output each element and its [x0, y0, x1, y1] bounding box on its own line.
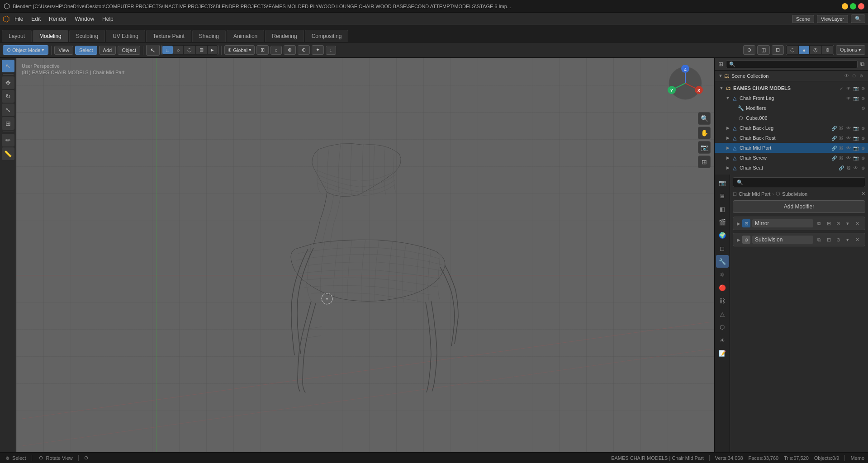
- seat-eye[interactable]: 👁: [853, 165, 859, 171]
- subdiv-close-icon[interactable]: ✕: [853, 236, 861, 244]
- zoom-viewport-btn[interactable]: 🔍: [698, 112, 711, 125]
- chair-screw-item[interactable]: ▶ △ Chair Screw 🔗 ⛓ 👁 📷 ⊗: [715, 153, 868, 163]
- navigation-gizmo[interactable]: Z X Y: [667, 65, 703, 101]
- chair-seat-item[interactable]: ▶ △ Chair Seat 🔗 ⛓ 👁 ⊗: [715, 163, 868, 173]
- mode-selector[interactable]: ⊙ Object Mode ▾: [3, 45, 48, 55]
- show-overlays-btn[interactable]: ◫: [757, 45, 770, 55]
- tab-texture-paint[interactable]: Texture Paint: [146, 30, 191, 42]
- outliner-search-input[interactable]: [726, 60, 858, 68]
- move-tool-btn[interactable]: ✥: [2, 76, 14, 89]
- mid-part-cam[interactable]: 📷: [853, 145, 859, 151]
- maximize-button[interactable]: [850, 3, 856, 9]
- menu-window[interactable]: Window: [71, 15, 98, 23]
- back-rest-cam[interactable]: 📷: [853, 135, 859, 141]
- subdiv-prop-icon[interactable]: ⧉: [815, 236, 823, 244]
- props-render-btn[interactable]: 📷: [716, 176, 729, 189]
- mirror-close-icon[interactable]: ✕: [853, 219, 861, 227]
- tab-modeling[interactable]: Modeling: [33, 30, 68, 42]
- back-leg-chain[interactable]: ⛓: [838, 125, 844, 131]
- main-coll-exclude-icon[interactable]: ⊗: [860, 85, 866, 91]
- cursor-tool-btn[interactable]: ↖: [146, 45, 160, 56]
- solid-btn[interactable]: ●: [799, 46, 809, 54]
- snapping-btn[interactable]: ⊞: [256, 45, 269, 55]
- tab-rendering[interactable]: Rendering: [265, 30, 304, 42]
- modifiers-item[interactable]: 🔧 Modifiers ⚙: [715, 103, 868, 113]
- poly-build-btn[interactable]: ⊗: [284, 45, 296, 55]
- menu-render[interactable]: Render: [45, 15, 70, 23]
- subdiv-camera-icon[interactable]: ⊙: [834, 236, 842, 244]
- back-rest-eye[interactable]: 👁: [845, 135, 852, 141]
- back-leg-cam[interactable]: 📷: [853, 125, 859, 131]
- mid-part-eye[interactable]: 👁: [845, 145, 852, 151]
- main-coll-camera-icon[interactable]: 📷: [853, 85, 859, 91]
- view-layer-selector[interactable]: ViewLayer: [817, 15, 848, 23]
- screw-eye[interactable]: 👁: [845, 155, 852, 161]
- scene-hide-icon[interactable]: ⊙: [851, 73, 857, 79]
- back-leg-eye[interactable]: 👁: [845, 125, 852, 131]
- back-rest-render[interactable]: ⊗: [860, 135, 866, 141]
- screw-cam[interactable]: 📷: [853, 155, 859, 161]
- props-shading-btn[interactable]: ☀: [716, 334, 729, 346]
- back-leg-render[interactable]: ⊗: [860, 125, 866, 131]
- grid-viewport-btn[interactable]: ⊞: [698, 156, 711, 168]
- menu-edit[interactable]: Edit: [28, 15, 44, 23]
- camera-viewport-btn[interactable]: 📷: [698, 141, 711, 154]
- tab-uv-editing[interactable]: UV Editing: [106, 30, 145, 42]
- tab-shading[interactable]: Shading: [192, 30, 226, 42]
- mirror-prop-icon[interactable]: ⧉: [815, 219, 823, 227]
- back-leg-link[interactable]: 🔗: [831, 125, 837, 131]
- screw-chain[interactable]: ⛓: [838, 155, 844, 161]
- options-btn[interactable]: Options ▾: [836, 45, 865, 55]
- chair-back-leg-item[interactable]: ▶ △ Chair Back Leg 🔗 ⛓ 👁 📷 ⊗: [715, 123, 868, 133]
- mirror-modifier-header[interactable]: ▶ ⊡ Mirror ⧉ ⊞ ⊙ ▾ ✕: [733, 217, 865, 230]
- tab-compositing[interactable]: Compositing: [305, 30, 349, 42]
- cube006-item[interactable]: ⬡ Cube.006: [715, 113, 868, 123]
- more-select-btn[interactable]: ▸: [208, 46, 218, 54]
- box-select-btn[interactable]: □: [162, 46, 173, 54]
- material-btn[interactable]: ◎: [810, 46, 821, 54]
- subdiv-copy-icon[interactable]: ⊞: [825, 236, 833, 244]
- back-rest-chain[interactable]: ⛓: [838, 135, 844, 141]
- mirror-copy-icon[interactable]: ⊞: [825, 219, 833, 227]
- menu-help[interactable]: Help: [99, 15, 117, 23]
- minimize-button[interactable]: [842, 3, 848, 9]
- render-btn[interactable]: ⊗: [822, 46, 833, 54]
- select-menu-btn[interactable]: Select: [75, 46, 97, 55]
- mid-part-chain[interactable]: ⛓: [838, 145, 844, 151]
- viewport[interactable]: User Perspective (81) EAMES CHAIR MODELS…: [16, 58, 714, 452]
- props-object-btn[interactable]: ◻: [716, 242, 729, 255]
- wireframe-btn[interactable]: ◌: [787, 46, 798, 54]
- front-leg-render[interactable]: ⊗: [860, 95, 866, 101]
- mid-part-render[interactable]: ⊗: [860, 145, 866, 151]
- props-modifier-btn[interactable]: 🔧: [716, 255, 729, 268]
- add-menu-btn[interactable]: Add: [99, 46, 116, 55]
- chair-mid-part-item[interactable]: ▶ △ Chair Mid Part 🔗 ⛓ 👁 📷 ⊗: [715, 143, 868, 153]
- tab-sculpting[interactable]: Sculpting: [69, 30, 105, 42]
- tab-animation[interactable]: Animation: [227, 30, 264, 42]
- proportional-edit-btn[interactable]: ○: [270, 46, 282, 55]
- transform-tool-btn[interactable]: ⊞: [2, 117, 14, 130]
- props-output-btn[interactable]: 🖥: [716, 189, 729, 202]
- props-particles-btn[interactable]: ⚛: [716, 268, 729, 281]
- tab-layout[interactable]: Layout: [2, 30, 32, 42]
- props-material-btn[interactable]: ⬡: [716, 321, 729, 333]
- measure-btn[interactable]: 📏: [2, 147, 14, 160]
- snap-elements-btn[interactable]: ⊕: [298, 45, 310, 55]
- props-physics-btn[interactable]: 🔴: [716, 281, 729, 294]
- scene-selector[interactable]: Scene: [792, 15, 814, 23]
- seat-render[interactable]: ⊗: [860, 165, 866, 171]
- view-menu-btn[interactable]: View: [54, 46, 73, 55]
- chair-back-rest-item[interactable]: ▶ △ Chair Back Rest 🔗 ⛓ 👁 📷 ⊗: [715, 133, 868, 143]
- back-rest-link[interactable]: 🔗: [831, 135, 837, 141]
- screw-render[interactable]: ⊗: [860, 155, 866, 161]
- main-coll-check-icon[interactable]: ✓: [838, 85, 844, 91]
- main-collection-item[interactable]: ▼ 🗂 EAMES CHAIR MODELS ✓ 👁 📷 ⊗: [715, 83, 868, 93]
- mirror-chevron-icon[interactable]: ▾: [844, 219, 852, 227]
- props-scene-btn[interactable]: 🎬: [716, 216, 729, 228]
- menu-file[interactable]: File: [11, 15, 27, 23]
- search-global-btn[interactable]: 🔍: [851, 14, 865, 23]
- mod-settings-icon[interactable]: ⚙: [860, 105, 866, 111]
- rotate-tool-btn[interactable]: ↻: [2, 90, 14, 103]
- outliner-filter-icon[interactable]: ⧉: [860, 61, 864, 68]
- breadcrumb-close-icon[interactable]: ✕: [861, 191, 865, 197]
